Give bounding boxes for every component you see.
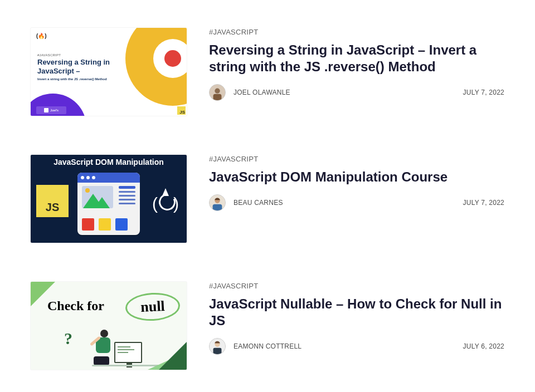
thumb-text: Check for: [47, 298, 104, 313]
decorative-shape: [159, 342, 187, 370]
article-card: JavaScript DOM Manipulation JS () #JAVAS…: [31, 155, 504, 243]
article-body: #JAVASCRIPT Reversing a String in JavaSc…: [209, 28, 504, 116]
article-title[interactable]: JavaScript DOM Manipulation Course: [209, 169, 504, 185]
avatar: [209, 194, 226, 211]
question-icon: ?: [64, 329, 72, 348]
article-date: JULY 7, 2022: [463, 89, 505, 96]
article-thumbnail[interactable]: JavaScript DOM Manipulation JS (): [31, 155, 187, 243]
svg-rect-8: [213, 348, 222, 354]
article-date: JULY 7, 2022: [463, 199, 505, 207]
person-illustration: [88, 330, 116, 365]
article-meta: JOEL OLAWANLE JULY 7, 2022: [209, 84, 504, 101]
article-title[interactable]: JavaScript Nullable – How to Check for N…: [209, 296, 504, 329]
article-body: #JAVASCRIPT JavaScript DOM Manipulation …: [209, 155, 504, 243]
article-card: Check for null ? #JAVASCRIPT JavaScript …: [31, 282, 504, 370]
thumb-caption: JavaScript DOM Manipulation: [31, 158, 187, 166]
author-name: EAMONN COTTRELL: [234, 342, 301, 350]
thumb-null-highlight: null: [125, 291, 181, 322]
article-title[interactable]: Reversing a String in JavaScript – Inver…: [209, 42, 504, 75]
article-tag[interactable]: #JAVASCRIPT: [209, 282, 504, 290]
thumb-tag: #JAVASCRIPT: [37, 53, 61, 57]
article-thumbnail[interactable]: (🔥) #JAVASCRIPT Reversing a String in Ja…: [31, 28, 187, 116]
browser-illustration: [77, 173, 140, 235]
thumb-author-badge: Joel's: [36, 106, 66, 114]
article-meta: EAMONN COTTRELL JULY 6, 2022: [209, 338, 504, 355]
thumb-null-text: null: [140, 298, 166, 316]
author-name: BEAU CARNES: [234, 199, 283, 207]
svg-rect-2: [213, 94, 222, 100]
avatar: [209, 84, 226, 101]
article-date: JULY 6, 2022: [463, 342, 505, 350]
article-card: (🔥) #JAVASCRIPT Reversing a String in Ja…: [31, 28, 504, 116]
js-icon: JS: [177, 106, 186, 115]
author-name: JOEL OLAWANLE: [234, 89, 290, 96]
article-author[interactable]: BEAU CARNES: [209, 194, 283, 211]
monitor-illustration: [114, 342, 142, 363]
brand-mark: (🔥): [36, 33, 47, 39]
freecodecamp-icon: (): [152, 188, 179, 213]
article-author[interactable]: EAMONN COTTRELL: [209, 338, 301, 355]
article-tag[interactable]: #JAVASCRIPT: [209, 28, 504, 36]
js-icon: JS: [36, 185, 69, 217]
article-body: #JAVASCRIPT JavaScript Nullable – How to…: [209, 282, 504, 370]
svg-point-1: [215, 89, 220, 94]
svg-rect-5: [213, 204, 222, 210]
avatar: [209, 338, 226, 355]
article-meta: BEAU CARNES JULY 7, 2022: [209, 194, 504, 211]
article-thumbnail[interactable]: Check for null ?: [31, 282, 187, 370]
thumb-headline: Reversing a String in JavaScript –: [37, 58, 127, 76]
thumb-subheadline: Invert a string with the JS .reverse() M…: [37, 77, 132, 81]
article-tag[interactable]: #JAVASCRIPT: [209, 155, 504, 163]
decorative-shape: [125, 28, 187, 106]
article-author[interactable]: JOEL OLAWANLE: [209, 84, 290, 101]
